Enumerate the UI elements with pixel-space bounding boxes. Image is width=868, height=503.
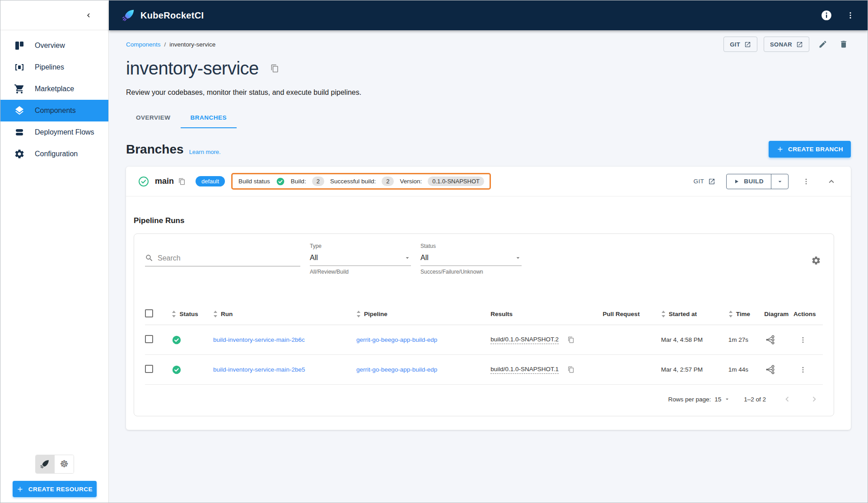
header-menu-button[interactable] [843, 8, 858, 23]
sidebar-header [0, 0, 109, 30]
result-link[interactable]: build/0.1.0-SNAPSHOT.2 [490, 336, 559, 344]
branch-menu-button[interactable] [799, 175, 813, 188]
column-header-pipeline[interactable]: Pipeline [364, 311, 387, 317]
sidebar-item-marketplace[interactable]: Marketplace [0, 78, 108, 100]
next-page-button[interactable] [807, 391, 822, 407]
sort-icon[interactable] [728, 311, 733, 317]
sort-icon[interactable] [661, 311, 666, 317]
branch-name: main [155, 177, 174, 186]
status-filter-select[interactable]: All [420, 254, 522, 266]
page-head-row: Components / inventory-service GIT SONAR [126, 37, 851, 52]
sort-icon[interactable] [172, 311, 176, 317]
copy-result-button[interactable] [568, 366, 574, 373]
build-options-caret-button[interactable] [771, 174, 788, 189]
branch-git-link[interactable]: GIT [694, 178, 716, 185]
column-header-run[interactable]: Run [221, 311, 233, 317]
info-button[interactable] [818, 7, 835, 24]
tab-overview[interactable]: OVERVIEW [126, 108, 181, 128]
delete-button[interactable] [836, 37, 851, 51]
status-filter-value: All [420, 254, 429, 262]
column-header-time[interactable]: Time [736, 311, 750, 317]
run-success-icon [172, 335, 213, 345]
status-filter-label: Status [420, 243, 522, 249]
kubernetes-view-toggle[interactable]: ☸ [54, 455, 73, 473]
successful-build-count-badge: 2 [382, 177, 394, 186]
result-link[interactable]: build/0.1.0-SNAPSHOT.1 [490, 366, 559, 374]
create-resource-button[interactable]: CREATE RESOURCE [13, 481, 97, 497]
sidebar-item-label: Marketplace [35, 85, 74, 93]
create-branch-button[interactable]: CREATE BRANCH [769, 141, 851, 158]
caret-down-icon [776, 178, 784, 185]
branch-row-main: main default Build status Build: 2 Succe… [126, 167, 851, 196]
copy-result-button[interactable] [568, 336, 574, 343]
sidebar-item-label: Overview [35, 42, 65, 50]
sidebar-item-configuration[interactable]: Configuration [0, 143, 108, 165]
pipeline-link[interactable]: gerrit-go-beego-app-build-edp [356, 366, 437, 373]
rocket-logo-icon [121, 9, 135, 22]
pipeline-runs-table: Status Run Pipeline Results Pull Request… [145, 303, 823, 385]
sidebar-collapse-button[interactable] [82, 9, 95, 22]
type-filter-select[interactable]: All [310, 254, 411, 266]
tab-branches[interactable]: BRANCHES [181, 108, 237, 128]
row-actions-button[interactable] [793, 334, 809, 346]
diagram-button[interactable] [764, 334, 776, 346]
sidebar-nav: Overview Pipelines Marketplace Component… [0, 30, 108, 165]
previous-page-button[interactable] [779, 391, 795, 407]
caret-down-icon [724, 396, 730, 402]
page-actions: GIT SONAR [723, 37, 851, 52]
plus-icon [776, 145, 784, 153]
search-input[interactable] [158, 254, 300, 262]
table-row: build-inventory-service-main-2b6c gerrit… [145, 325, 823, 355]
play-icon [734, 179, 739, 184]
learn-more-link[interactable]: Learn more. [189, 149, 221, 158]
pipelines-icon [14, 62, 25, 73]
row-checkbox[interactable] [145, 335, 153, 343]
select-all-checkbox[interactable] [145, 309, 153, 317]
sidebar-item-label: Configuration [35, 150, 78, 158]
column-header-diagram: Diagram [764, 311, 789, 317]
copy-title-button[interactable] [271, 64, 279, 73]
diagram-button[interactable] [764, 363, 776, 376]
rows-per-page-select[interactable]: 15 [714, 396, 730, 403]
branch-collapse-button[interactable] [824, 174, 839, 189]
sort-icon[interactable] [356, 311, 361, 317]
column-header-status[interactable]: Status [179, 311, 198, 317]
external-link-icon [744, 41, 751, 48]
branch-git-label: GIT [694, 178, 705, 185]
run-link[interactable]: build-inventory-service-main-2be5 [213, 366, 305, 373]
table-settings-button[interactable] [809, 254, 823, 267]
pipeline-runs-section: Pipeline Runs Type Al [126, 196, 851, 430]
column-header-started-at[interactable]: Started at [669, 311, 697, 317]
sidebar-item-components[interactable]: Components [0, 100, 108, 121]
page-title-row: inventory-service [126, 58, 851, 79]
kuberocketci-view-toggle[interactable] [36, 455, 55, 473]
build-status-highlight-group: Build status Build: 2 Successful build: … [231, 173, 491, 190]
sidebar-item-deployment-flows[interactable]: Deployment Flows [0, 121, 108, 143]
app-header: KubeRocketCI [109, 0, 868, 30]
search-field [145, 254, 300, 266]
pull-request-cell [603, 325, 661, 355]
sonar-button[interactable]: SONAR [764, 37, 809, 52]
create-resource-label: CREATE RESOURCE [28, 486, 93, 493]
tabs: OVERVIEW BRANCHES [126, 108, 851, 128]
diagram-tree-icon [765, 364, 775, 375]
pipeline-link[interactable]: gerrit-go-beego-app-build-edp [356, 336, 437, 343]
successful-build-label: Successful build: [330, 178, 376, 185]
pagination: Rows per page: 15 1–2 of 2 [145, 385, 823, 413]
row-actions-button[interactable] [793, 364, 809, 376]
column-header-actions: Actions [793, 311, 816, 317]
main-content: Components / inventory-service GIT SONAR [109, 30, 868, 503]
git-button[interactable]: GIT [723, 37, 757, 52]
build-button[interactable]: BUILD [727, 174, 771, 189]
run-link[interactable]: build-inventory-service-main-2b6c [213, 336, 305, 343]
sort-icon[interactable] [213, 311, 218, 317]
sidebar-item-overview[interactable]: Overview [0, 35, 108, 56]
copy-branch-name-button[interactable] [178, 178, 186, 185]
breadcrumb-components-link[interactable]: Components [126, 41, 161, 48]
edit-button[interactable] [816, 37, 830, 51]
pagination-controls [779, 391, 822, 407]
time-value: 1m 27s [728, 336, 748, 343]
sidebar-item-pipelines[interactable]: Pipelines [0, 56, 108, 78]
row-checkbox[interactable] [145, 365, 153, 373]
kebab-menu-icon [846, 11, 855, 20]
